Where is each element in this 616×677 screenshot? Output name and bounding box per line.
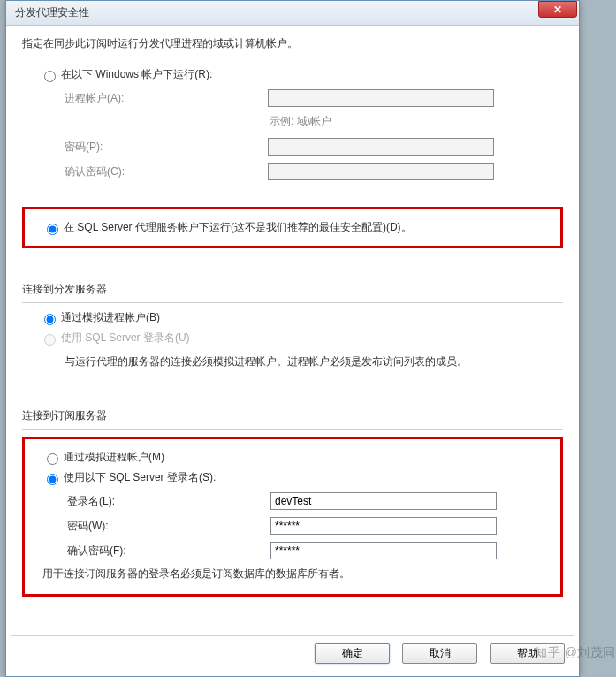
sub-confirm-row: 确认密码(F):	[25, 542, 560, 559]
radio-sub-sql-label: 使用以下 SQL Server 登录名(S):	[64, 470, 216, 485]
distributor-section-title: 连接到分发服务器	[22, 282, 563, 297]
radio-windows-label: 在以下 Windows 帐户下运行(R):	[61, 67, 212, 82]
divider	[22, 429, 563, 430]
cancel-button[interactable]: 取消	[402, 643, 477, 664]
button-bar: 确定 取消 帮助	[11, 635, 574, 669]
sub-confirm-input[interactable]	[270, 542, 497, 559]
dialog-window: 分发代理安全性 ✕ 指定在同步此订阅时运行分发代理进程的域或计算机帐户。 在以下…	[5, 0, 580, 677]
radio-sub-impersonate-label: 通过模拟进程帐户(M)	[64, 450, 164, 465]
help-button[interactable]: 帮助	[490, 643, 565, 664]
login-row: 登录名(L):	[25, 492, 560, 510]
dialog-content: 指定在同步此订阅时运行分发代理进程的域或计算机帐户。 在以下 Windows 帐…	[6, 26, 579, 634]
radio-dist-sql-label: 使用 SQL Server 登录名(U)	[61, 331, 190, 346]
radio-sub-impersonate[interactable]	[47, 453, 58, 465]
close-icon: ✕	[553, 4, 562, 16]
confirm-password-row: 确认密码(C):	[22, 163, 563, 180]
divider	[22, 302, 563, 303]
radio-dist-impersonate[interactable]	[44, 314, 56, 325]
process-account-row: 进程帐户(A):	[22, 89, 563, 107]
process-account-input[interactable]	[268, 89, 494, 107]
radio-subscriber-impersonate[interactable]: 通过模拟进程帐户(M)	[25, 450, 560, 465]
subscriber-section-title: 连接到订阅服务器	[22, 408, 563, 423]
highlight-sql-agent: 在 SQL Server 代理服务帐户下运行(这不是我们推荐的最佳安全配置)(D…	[22, 207, 563, 248]
radio-subscriber-sql[interactable]: 使用以下 SQL Server 登录名(S):	[25, 470, 560, 485]
sub-password-row: 密码(W):	[25, 517, 560, 535]
confirm-password-label: 确认密码(C):	[65, 164, 268, 179]
process-account-label: 进程帐户(A):	[65, 91, 268, 106]
radio-distributor-impersonate[interactable]: 通过模拟进程帐户(B)	[22, 310, 563, 325]
radio-dist-sql	[44, 334, 56, 346]
radio-sql-agent-label: 在 SQL Server 代理服务帐户下运行(这不是我们推荐的最佳安全配置)(D…	[64, 220, 412, 235]
close-button[interactable]: ✕	[538, 1, 577, 18]
login-input[interactable]	[270, 492, 497, 510]
radio-run-windows[interactable]: 在以下 Windows 帐户下运行(R):	[22, 67, 563, 82]
radio-windows-account[interactable]	[44, 71, 56, 82]
example-hint: 示例: 域\帐户	[22, 114, 563, 129]
ok-button[interactable]: 确定	[315, 643, 390, 664]
radio-dist-impersonate-label: 通过模拟进程帐户(B)	[61, 310, 160, 325]
radio-sql-agent[interactable]	[47, 224, 58, 235]
radio-sub-sql[interactable]	[47, 474, 58, 485]
password-input[interactable]	[268, 138, 494, 156]
password-row: 密码(P):	[22, 138, 563, 156]
dialog-title: 分发代理安全性	[15, 5, 89, 20]
instruction-text: 指定在同步此订阅时运行分发代理进程的域或计算机帐户。	[22, 36, 563, 51]
highlight-subscriber: 通过模拟进程帐户(M) 使用以下 SQL Server 登录名(S): 登录名(…	[22, 437, 563, 597]
sub-confirm-label: 确认密码(F):	[67, 544, 270, 559]
radio-run-sql-agent[interactable]: 在 SQL Server 代理服务帐户下运行(这不是我们推荐的最佳安全配置)(D…	[25, 220, 560, 235]
radio-distributor-sql: 使用 SQL Server 登录名(U)	[22, 331, 563, 346]
login-label: 登录名(L):	[67, 494, 270, 509]
password-label: 密码(P):	[65, 140, 268, 155]
subscriber-note: 用于连接订阅服务器的登录名必须是订阅数据库的数据库所有者。	[25, 567, 560, 582]
distributor-note: 与运行代理的服务器的连接必须模拟进程帐户。进程帐户必须是发布访问列表的成员。	[22, 354, 563, 369]
confirm-password-input[interactable]	[268, 163, 494, 180]
sub-password-label: 密码(W):	[67, 519, 270, 534]
titlebar: 分发代理安全性 ✕	[6, 1, 579, 26]
sub-password-input[interactable]	[270, 517, 497, 535]
